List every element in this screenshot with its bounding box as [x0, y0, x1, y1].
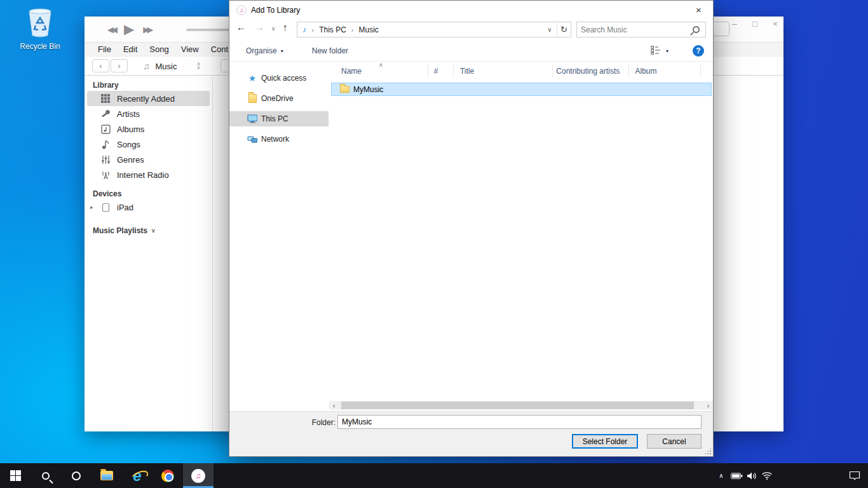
microphone-icon: [99, 109, 112, 119]
sidebar-item-ipad[interactable]: ▸ iPad: [87, 200, 210, 215]
wifi-tray-icon[interactable]: [759, 463, 775, 488]
itunes-forward-button[interactable]: ›: [111, 59, 128, 72]
help-button[interactable]: ?: [693, 45, 704, 57]
column-contributing-artists[interactable]: Contributing artists: [553, 64, 628, 78]
scroll-left-icon[interactable]: ‹: [329, 401, 339, 410]
selector-spinner-icon: ∧∨: [196, 62, 200, 70]
cancel-button[interactable]: Cancel: [647, 434, 702, 449]
expand-icon[interactable]: ▸: [90, 204, 93, 210]
sidebar-item-internet-radio[interactable]: Internet Radio: [87, 167, 210, 182]
dialog-toolbar: Organise ▾ New folder ▾ ?: [229, 41, 713, 62]
cortana-button[interactable]: [61, 463, 92, 488]
folder-icon: [340, 86, 349, 93]
file-explorer-button[interactable]: [92, 463, 122, 488]
column-name[interactable]: Name ∧: [329, 64, 428, 78]
breadcrumb-this-pc[interactable]: This PC: [319, 25, 346, 34]
itunes-sidebar: Library Recently Added Artists: [85, 77, 213, 431]
back-button[interactable]: ←: [236, 22, 246, 32]
menu-file[interactable]: File: [98, 44, 111, 54]
menu-view[interactable]: View: [181, 44, 199, 54]
start-button[interactable]: [0, 463, 31, 488]
internet-explorer-button[interactable]: e: [122, 463, 153, 488]
dialog-title: Add To Library: [251, 6, 300, 15]
folder-name-input[interactable]: [337, 415, 702, 429]
recent-locations-dropdown-icon[interactable]: ∨: [271, 25, 276, 32]
sidebar-item-genres[interactable]: Genres: [87, 152, 210, 167]
next-track-button[interactable]: ▶▶: [143, 25, 151, 34]
nav-item-this-pc[interactable]: This PC: [229, 111, 329, 126]
chrome-icon: [161, 470, 174, 482]
music-playlists-header[interactable]: Music Playlists ∨: [85, 225, 212, 236]
column-number[interactable]: #: [428, 64, 454, 78]
chrome-button[interactable]: [153, 463, 183, 488]
new-folder-button[interactable]: New folder: [312, 46, 348, 55]
up-button[interactable]: ↑: [283, 22, 288, 32]
sliders-icon: [99, 155, 112, 165]
desktop: Recycle Bin ◀◀ ▶ ▶▶ – □ × File Edit Song…: [0, 0, 868, 488]
forward-button[interactable]: →: [255, 22, 264, 32]
organise-dropdown-icon: ▾: [281, 48, 283, 54]
dialog-footer: Folder: Select Folder Cancel: [229, 411, 713, 456]
media-type-value: Music: [156, 62, 177, 71]
sidebar-item-artists[interactable]: Artists: [87, 106, 210, 121]
file-name: MyMusic: [353, 85, 383, 94]
refresh-icon[interactable]: ↻: [557, 22, 571, 37]
file-row-mymusic[interactable]: MyMusic: [331, 83, 712, 96]
recycle-bin-icon: [25, 8, 55, 38]
places-pane: ★ Quick access OneDrive This PC: [229, 62, 329, 402]
view-dropdown-icon[interactable]: ▾: [666, 48, 668, 54]
maximize-icon[interactable]: □: [750, 19, 759, 29]
dialog-close-button[interactable]: ×: [684, 1, 713, 19]
column-album[interactable]: Album: [629, 64, 701, 78]
system-tray: ∧: [709, 463, 868, 488]
cortana-icon: [72, 471, 81, 480]
search-input[interactable]: [577, 25, 693, 34]
menu-song[interactable]: Song: [149, 44, 168, 54]
address-dropdown-icon[interactable]: ∨: [543, 26, 557, 33]
network-icon: [247, 135, 257, 144]
sidebar-item-songs[interactable]: Songs: [87, 137, 210, 152]
itunes-back-button[interactable]: ‹: [92, 59, 109, 72]
resize-grip[interactable]: [705, 448, 711, 454]
sidebar-item-recently-added[interactable]: Recently Added: [87, 91, 210, 106]
search-icon[interactable]: [693, 26, 700, 33]
menu-edit[interactable]: Edit: [123, 44, 137, 54]
itunes-taskbar-button[interactable]: ♫: [183, 463, 214, 488]
action-center-button[interactable]: [847, 463, 862, 488]
volume-slider[interactable]: [186, 29, 232, 31]
scrollbar-thumb[interactable]: [341, 402, 694, 409]
minimize-icon[interactable]: –: [730, 19, 739, 29]
sidebar-item-albums[interactable]: Albums: [87, 121, 210, 137]
collapse-icon: ∨: [151, 225, 156, 236]
add-to-library-dialog: ♫ Add To Library × ← → ∨ ↑ ♪ › This PC ›…: [229, 0, 714, 457]
nav-item-onedrive[interactable]: OneDrive: [229, 91, 329, 106]
taskbar-search-button[interactable]: [31, 463, 61, 488]
search-box[interactable]: [576, 22, 706, 37]
library-header: Library: [85, 79, 212, 91]
details-view-icon[interactable]: [651, 45, 661, 57]
column-title[interactable]: Title: [454, 64, 553, 78]
organise-button[interactable]: Organise ▾: [246, 46, 283, 55]
play-button[interactable]: ▶: [124, 22, 134, 37]
address-bar[interactable]: ♪ › This PC › Music ∨ ↻: [297, 22, 571, 37]
recycle-bin-label: Recycle Bin: [14, 42, 66, 51]
nav-item-network[interactable]: Network: [229, 132, 329, 147]
windows-logo-icon: [10, 470, 21, 481]
ipad-icon: [99, 203, 112, 212]
battery-tray-icon[interactable]: [729, 463, 744, 488]
nav-item-quick-access[interactable]: ★ Quick access: [229, 71, 329, 86]
devices-header: Devices: [85, 188, 212, 200]
scroll-right-icon[interactable]: ›: [703, 401, 713, 410]
volume-tray-icon[interactable]: [744, 463, 759, 488]
recycle-bin-shortcut[interactable]: Recycle Bin: [14, 8, 66, 51]
select-folder-button[interactable]: Select Folder: [572, 434, 638, 449]
column-headers: Name ∧ # Title Contributing artists Albu…: [329, 64, 713, 78]
close-icon[interactable]: ×: [771, 19, 780, 29]
media-type-selector[interactable]: ♫ Music ∧∨: [143, 58, 200, 74]
itunes-icon: ♫: [191, 469, 205, 483]
previous-track-button[interactable]: ◀◀: [107, 25, 115, 34]
show-hidden-icons-button[interactable]: ∧: [714, 463, 729, 488]
breadcrumb-music[interactable]: Music: [359, 25, 379, 34]
music-note-icon: ♫: [143, 61, 150, 71]
horizontal-scrollbar[interactable]: ‹ ›: [329, 401, 713, 410]
